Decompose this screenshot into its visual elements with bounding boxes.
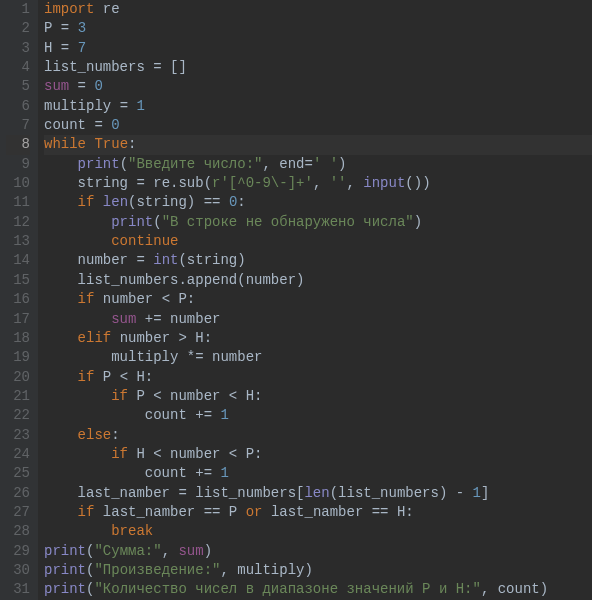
token-builtin: print bbox=[44, 543, 86, 559]
code-line[interactable]: continue bbox=[44, 232, 592, 251]
token-op: : bbox=[237, 194, 245, 210]
code-line[interactable]: import re bbox=[44, 0, 592, 19]
token-builtin: len bbox=[103, 194, 128, 210]
code-line[interactable]: P = 3 bbox=[44, 19, 592, 38]
code-line[interactable]: multiply *= number bbox=[44, 348, 592, 367]
code-line[interactable]: sum = 0 bbox=[44, 77, 592, 96]
code-line[interactable]: if last_namber == P or last_namber == H: bbox=[44, 503, 592, 522]
code-editor: 1234567891011121314151617181920212223242… bbox=[0, 0, 592, 600]
code-line[interactable]: print("Сумма:", sum) bbox=[44, 542, 592, 561]
line-number: 8 bbox=[6, 135, 30, 154]
code-line[interactable]: sum += number bbox=[44, 310, 592, 329]
token-kw: if bbox=[78, 504, 103, 520]
code-line[interactable]: if P < number < H: bbox=[44, 387, 592, 406]
token-builtin: input bbox=[363, 175, 405, 191]
token-op bbox=[44, 427, 78, 443]
token-op bbox=[44, 330, 78, 346]
token-op: ()) bbox=[405, 175, 430, 191]
token-num: 7 bbox=[78, 40, 86, 56]
token-sum: sum bbox=[178, 543, 203, 559]
code-line[interactable]: elif number > H: bbox=[44, 329, 592, 348]
token-str: "Произведение:" bbox=[94, 562, 220, 578]
token-builtin: print bbox=[44, 562, 86, 578]
token-sum: sum bbox=[111, 311, 145, 327]
line-number: 22 bbox=[6, 406, 30, 425]
token-def: list_numbers bbox=[44, 59, 153, 75]
token-op bbox=[44, 446, 111, 462]
token-op: list_numbers.append(number) bbox=[44, 272, 304, 288]
token-str: "Сумма:" bbox=[94, 543, 161, 559]
code-line[interactable]: print("В строке не обнаружено числа") bbox=[44, 213, 592, 232]
token-op bbox=[44, 233, 111, 249]
token-op: = list_numbers[ bbox=[178, 485, 304, 501]
code-line[interactable]: number = int(string) bbox=[44, 251, 592, 270]
token-str: "Введите число:" bbox=[128, 156, 262, 172]
line-number: 1 bbox=[6, 0, 30, 19]
code-line[interactable]: else: bbox=[44, 426, 592, 445]
token-kw: continue bbox=[111, 233, 178, 249]
code-line[interactable]: multiply = 1 bbox=[44, 97, 592, 116]
code-line[interactable]: if H < number < P: bbox=[44, 445, 592, 464]
token-op bbox=[44, 388, 111, 404]
line-number: 9 bbox=[6, 155, 30, 174]
token-def: count bbox=[44, 117, 94, 133]
token-kw: if bbox=[111, 388, 136, 404]
token-op bbox=[44, 291, 78, 307]
code-line[interactable]: if len(string) == 0: bbox=[44, 193, 592, 212]
code-line[interactable]: if P < H: bbox=[44, 368, 592, 387]
token-def: string bbox=[78, 175, 137, 191]
code-line[interactable]: count += 1 bbox=[44, 464, 592, 483]
token-num: 0 bbox=[94, 78, 102, 94]
code-line[interactable]: list_numbers.append(number) bbox=[44, 271, 592, 290]
code-line[interactable]: if number < P: bbox=[44, 290, 592, 309]
line-number: 7 bbox=[6, 116, 30, 135]
token-op bbox=[44, 194, 78, 210]
token-kw: import bbox=[44, 1, 103, 17]
token-builtin: int bbox=[153, 252, 178, 268]
line-number: 30 bbox=[6, 561, 30, 580]
code-line[interactable]: while True: bbox=[44, 135, 592, 154]
code-line[interactable]: list_numbers = [] bbox=[44, 58, 592, 77]
line-number: 17 bbox=[6, 310, 30, 329]
token-op bbox=[44, 369, 78, 385]
token-kw: if bbox=[78, 194, 103, 210]
line-number: 24 bbox=[6, 445, 30, 464]
token-builtin: print bbox=[78, 156, 120, 172]
code-line[interactable]: H = 7 bbox=[44, 39, 592, 58]
line-number: 29 bbox=[6, 542, 30, 561]
token-op: (string) == bbox=[128, 194, 229, 210]
token-op: , multiply) bbox=[220, 562, 312, 578]
token-builtin: len bbox=[304, 485, 329, 501]
token-builtin: print bbox=[111, 214, 153, 230]
token-op: count += bbox=[44, 465, 220, 481]
token-op: ] bbox=[481, 485, 489, 501]
code-line[interactable]: last_namber = list_numbers[len(list_numb… bbox=[44, 484, 592, 503]
token-num: 3 bbox=[78, 20, 86, 36]
code-line[interactable]: print("Произведение:", multiply) bbox=[44, 561, 592, 580]
line-number: 11 bbox=[6, 193, 30, 212]
token-sum: sum bbox=[44, 78, 78, 94]
token-kw: True bbox=[94, 136, 128, 152]
line-number: 2 bbox=[6, 19, 30, 38]
line-number: 15 bbox=[6, 271, 30, 290]
token-def: re bbox=[103, 1, 120, 17]
token-op: = bbox=[120, 98, 137, 114]
token-op: P < H: bbox=[103, 369, 153, 385]
token-op bbox=[44, 214, 111, 230]
token-def: end bbox=[279, 156, 304, 172]
token-op: , bbox=[162, 543, 179, 559]
token-op: = re.sub( bbox=[136, 175, 212, 191]
code-line[interactable]: count = 0 bbox=[44, 116, 592, 135]
code-line[interactable]: break bbox=[44, 522, 592, 541]
line-number: 3 bbox=[6, 39, 30, 58]
line-number: 12 bbox=[6, 213, 30, 232]
code-area[interactable]: import reP = 3H = 7list_numbers = []sum … bbox=[38, 0, 592, 600]
token-op: = bbox=[136, 252, 153, 268]
code-line[interactable]: count += 1 bbox=[44, 406, 592, 425]
line-number: 18 bbox=[6, 329, 30, 348]
token-def: number bbox=[78, 252, 137, 268]
code-line[interactable]: print("Введите число:", end=' ') bbox=[44, 155, 592, 174]
line-number: 13 bbox=[6, 232, 30, 251]
code-line[interactable]: print("Количество чисел в диапазоне знач… bbox=[44, 580, 592, 599]
code-line[interactable]: string = re.sub(r'[^0-9\-]+', '', input(… bbox=[44, 174, 592, 193]
